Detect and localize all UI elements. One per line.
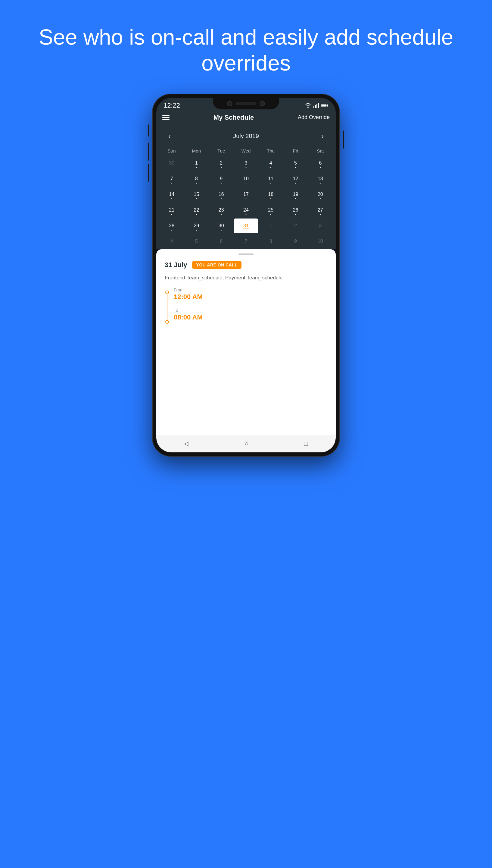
volume-silent-button — [148, 124, 149, 137]
day-cell[interactable]: 6 — [308, 156, 333, 170]
day-cell[interactable]: 20 — [308, 187, 333, 202]
calendar-cell: 30 — [159, 155, 184, 171]
day-cell[interactable]: 10 — [308, 234, 333, 249]
day-cell[interactable]: 30 — [159, 156, 184, 170]
next-month-button[interactable]: › — [318, 131, 327, 142]
day-cell[interactable]: 22 — [184, 203, 209, 217]
day-number: 12 — [293, 176, 298, 182]
day-number: 8 — [270, 239, 272, 244]
notch — [213, 98, 279, 110]
svg-rect-1 — [315, 105, 316, 108]
day-cell[interactable]: 15 — [184, 187, 209, 202]
day-cell[interactable]: 3 — [233, 156, 259, 170]
sensor — [260, 101, 265, 107]
day-cell[interactable]: 28 — [159, 218, 184, 233]
calendar-cell: 9 — [209, 171, 233, 187]
day-cell[interactable]: 8 — [184, 171, 209, 186]
day-cell[interactable]: 7 — [233, 234, 259, 249]
calendar-cell: 2 — [209, 155, 233, 171]
day-number: 21 — [169, 207, 174, 213]
day-cell[interactable]: 23 — [209, 203, 233, 217]
battery-icon — [321, 103, 328, 108]
day-cell[interactable]: 5 — [184, 234, 209, 249]
day-cell[interactable]: 17 — [233, 187, 259, 202]
calendar-cell: 8 — [259, 234, 283, 249]
sheet-handle — [239, 254, 253, 255]
from-label: From — [174, 287, 327, 292]
home-button[interactable]: ○ — [239, 437, 254, 450]
day-cell[interactable]: 11 — [259, 171, 283, 186]
calendar-cell: 12 — [283, 171, 308, 187]
day-cell[interactable]: 10 — [233, 171, 259, 186]
to-time: 08:00 AM — [174, 313, 327, 321]
svg-rect-6 — [322, 104, 327, 107]
calendar-cell: 25 — [259, 202, 283, 218]
day-cell[interactable]: 1 — [184, 156, 209, 170]
day-cell[interactable]: 6 — [209, 234, 233, 249]
calendar-week-0: 30123456 — [159, 155, 333, 171]
calendar-cell: 20 — [308, 187, 333, 202]
day-cell[interactable]: 7 — [159, 171, 184, 186]
volume-up-button — [148, 143, 149, 161]
to-label: To — [174, 308, 327, 313]
phone-frame: 12:22 — [153, 94, 339, 456]
calendar-cell: 3 — [233, 155, 259, 171]
day-number: 2 — [220, 160, 222, 166]
day-cell[interactable]: 14 — [159, 187, 184, 202]
calendar-cell: 19 — [283, 187, 308, 202]
status-icons — [305, 103, 328, 108]
calendar-cell: 30 — [209, 218, 233, 234]
calendar-cell: 7 — [159, 171, 184, 187]
day-cell[interactable]: 3 — [308, 218, 333, 233]
day-header-sun: Sun — [159, 146, 184, 155]
day-cell[interactable]: 24 — [233, 203, 259, 217]
wifi-icon — [305, 103, 311, 108]
day-cell[interactable]: 9 — [209, 171, 233, 186]
day-cell[interactable]: 2 — [209, 156, 233, 170]
day-number: 30 — [219, 223, 224, 229]
day-cell[interactable]: 9 — [283, 234, 308, 249]
day-cell[interactable]: 19 — [283, 187, 308, 202]
svg-rect-5 — [327, 105, 328, 106]
day-cell[interactable]: 25 — [259, 203, 283, 217]
prev-month-button[interactable]: ‹ — [165, 131, 174, 142]
day-cell[interactable]: 21 — [159, 203, 184, 217]
day-number: 13 — [318, 176, 323, 182]
calendar-cell: 18 — [259, 187, 283, 202]
day-cell[interactable]: 16 — [209, 187, 233, 202]
calendar-header: ‹ July 2019 › — [159, 126, 333, 146]
day-number: 3 — [319, 223, 322, 229]
day-cell[interactable]: 31 — [233, 218, 259, 233]
hero-title: See who is on-call and easily add schedu… — [0, 24, 492, 76]
screen: 12:22 — [156, 98, 336, 452]
day-cell[interactable]: 18 — [259, 187, 283, 202]
day-cell[interactable]: 1 — [259, 218, 283, 233]
selected-day-underline — [243, 228, 249, 229]
day-cell[interactable]: 27 — [308, 203, 333, 217]
month-year-label: July 2019 — [233, 133, 259, 140]
recent-apps-button[interactable]: □ — [298, 437, 314, 450]
day-cell[interactable]: 13 — [308, 171, 333, 186]
day-number: 15 — [194, 192, 199, 197]
day-cell[interactable]: 12 — [283, 171, 308, 186]
calendar-cell: 16 — [209, 187, 233, 202]
day-cell[interactable]: 5 — [283, 156, 308, 170]
menu-button[interactable] — [162, 115, 170, 120]
day-cell[interactable]: 29 — [184, 218, 209, 233]
calendar-week-1: 78910111213 — [159, 171, 333, 187]
add-override-button[interactable]: Add Override — [298, 114, 330, 121]
schedule-names: Frontend Team_schedule, Payment Team_sch… — [165, 275, 327, 281]
day-cell[interactable]: 8 — [259, 234, 283, 249]
power-button — [343, 131, 344, 148]
day-cell[interactable]: 26 — [283, 203, 308, 217]
day-cell[interactable]: 4 — [259, 156, 283, 170]
calendar-grid: Sun Mon Tue Wed Thu Fri Sat 301234567891… — [159, 146, 333, 249]
day-cell[interactable]: 2 — [283, 218, 308, 233]
day-number: 23 — [219, 207, 224, 213]
svg-rect-0 — [314, 106, 314, 108]
calendar-cell: 26 — [283, 202, 308, 218]
day-cell[interactable]: 4 — [159, 234, 184, 249]
day-number: 25 — [268, 207, 273, 213]
back-button[interactable]: ◁ — [178, 437, 195, 450]
day-cell[interactable]: 30 — [209, 218, 233, 233]
